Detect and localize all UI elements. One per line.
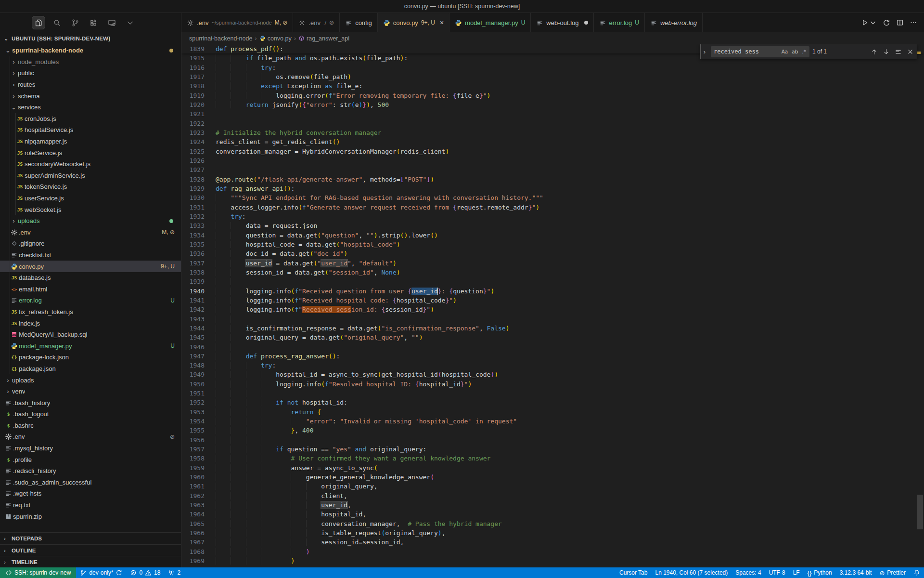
explorer-section-header[interactable]: ⌄ UBUNTU [SSH: SPURRIN-DEV-NEW] (0, 32, 181, 45)
tree-item-error.log[interactable]: error.logU (0, 295, 181, 306)
activity-more-views[interactable] (123, 16, 137, 29)
tree-item-cronJobs.js[interactable]: JScronJobs.js (0, 113, 181, 125)
tab-.env[interactable]: .env./⊘ (293, 13, 340, 32)
tab-.env[interactable]: .env~/spurrinai-backend-nodeM, ⊘ (181, 13, 293, 32)
tab-convo.py[interactable]: convo.py9+, U× (378, 13, 449, 32)
activity-search[interactable] (50, 16, 64, 29)
tree-item-.sudo_as_admin_successful[interactable]: .sudo_as_admin_successful (0, 477, 181, 488)
find-in-selection-button[interactable] (895, 48, 902, 55)
tree-item-spurrin.zip[interactable]: spurrin.zip (0, 511, 181, 522)
remote-indicator[interactable]: SSH: spurrin-dev-new (0, 567, 76, 578)
status-eol[interactable]: LF (789, 567, 804, 578)
code-editor[interactable]: 1839def process_pdf():1915 if file_path … (181, 44, 924, 567)
tree-item-.bashrc[interactable]: $.bashrc (0, 420, 181, 432)
tree-item-venv[interactable]: ›venv (0, 386, 181, 397)
status-git-branch[interactable]: dev-only* (76, 567, 126, 578)
status-prettier[interactable]: ⊘Prettier (875, 567, 910, 578)
tree-item-superAdminService.js[interactable]: JSsuperAdminService.js (0, 170, 181, 182)
tree-item-email.html[interactable]: <>email.html (0, 283, 181, 295)
tab-model_manager.py[interactable]: model_manager.pyU (449, 13, 531, 32)
activity-extensions[interactable] (87, 16, 100, 29)
close-icon[interactable]: × (440, 19, 444, 26)
tree-item-.bash_logout[interactable]: $.bash_logout (0, 408, 181, 420)
run-python-file[interactable] (861, 19, 869, 26)
more-actions[interactable] (910, 19, 917, 26)
editor-scrollbar[interactable] (917, 495, 923, 529)
status-indentation[interactable]: Spaces: 4 (732, 567, 765, 578)
tab-web-error.log[interactable]: web-error.log (645, 13, 703, 32)
activity-source-control[interactable] (68, 16, 82, 29)
tree-item-hospitalService.js[interactable]: JShospitalService.js (0, 124, 181, 136)
status-python-interpreter[interactable]: 3.12.3 64-bit (836, 567, 876, 578)
tree-item-webSocket.js[interactable]: JSwebSocket.js (0, 204, 181, 215)
tab-error.log[interactable]: error.logU (594, 13, 645, 32)
find-widget-collapse[interactable]: › (700, 44, 708, 59)
tree-item-schema[interactable]: ›schema (0, 90, 181, 102)
tree-item-spurrinai-backend-node[interactable]: ⌄spurrinai-backend-node (0, 45, 181, 56)
find-close-button[interactable] (907, 48, 914, 55)
line-number: 1938 (181, 268, 216, 277)
status-encoding[interactable]: UTF-8 (765, 567, 789, 578)
tree-item-.env[interactable]: .env⊘ (0, 431, 181, 443)
status-language-mode[interactable]: {}Python (804, 567, 836, 578)
tree-item-.wget-hsts[interactable]: .wget-hsts (0, 488, 181, 499)
tree-item-checklist.txt[interactable]: checklist.txt (0, 250, 181, 261)
breadcrumb-rag_answer_api[interactable]: rag_answer_api (298, 35, 349, 42)
status-notifications[interactable] (910, 567, 924, 578)
tree-item-index.js[interactable]: JSindex.js (0, 317, 181, 329)
tree-item-secondaryWebsocket.js[interactable]: JSsecondaryWebsocket.js (0, 158, 181, 170)
tree-item-fix_refresh_token.js[interactable]: JSfix_refresh_token.js (0, 306, 181, 318)
tree-item-tokenService.js[interactable]: JStokenService.js (0, 181, 181, 193)
tree-item-.gitignore[interactable]: .gitignore (0, 238, 181, 250)
tree-item-.mysql_history[interactable]: .mysql_history (0, 443, 181, 454)
code-line-1923: 1923# Initialize the hybrid conversation… (181, 128, 924, 137)
whole-word-toggle[interactable]: ab (790, 48, 799, 55)
find-next-button[interactable] (883, 48, 890, 55)
section-timeline[interactable]: ›TIMELINE (0, 556, 181, 567)
status-cursor-tab[interactable]: Cursor Tab (616, 567, 651, 578)
find-input[interactable]: received sess Aaab.* (711, 46, 809, 57)
status-problems[interactable]: 018 (126, 567, 164, 578)
tree-item-public[interactable]: ›public (0, 67, 181, 79)
tree-item-userService.js[interactable]: JSuserService.js (0, 193, 181, 204)
code-line-1919: 1919 logging.error(f"Error removing temp… (181, 91, 924, 100)
line-content: user_id, (216, 500, 351, 510)
split-editor[interactable] (896, 19, 904, 26)
tree-item-roleService.js[interactable]: JSroleService.js (0, 147, 181, 158)
section-outline[interactable]: ›OUTLINE (0, 544, 181, 556)
tree-item-req.txt[interactable]: req.txt (0, 499, 181, 511)
tab-web-out.log[interactable]: web-out.log (531, 13, 593, 32)
tree-item-.bash_history[interactable]: .bash_history (0, 397, 181, 408)
tab-config[interactable]: config (340, 13, 378, 32)
open-changes[interactable] (883, 19, 890, 26)
tree-item-.env[interactable]: .envM, ⊘ (0, 227, 181, 238)
tree-item-services[interactable]: ⌄services (0, 102, 181, 113)
tree-item-convo.py[interactable]: convo.py9+, U (0, 261, 181, 272)
tree-item-nlpqamapper.js[interactable]: JSnlpqamapper.js (0, 136, 181, 147)
activity-explorer[interactable] (32, 16, 45, 29)
tree-item-package.json[interactable]: {}package.json (0, 363, 181, 375)
file-tree: ⌄spurrinai-backend-node›node_modules›pub… (0, 45, 181, 532)
tree-item-model_manager.py[interactable]: model_manager.pyU (0, 340, 181, 352)
tree-item-database.js[interactable]: JSdatabase.js (0, 272, 181, 284)
line-number: 1948 (181, 361, 216, 370)
tree-item-.profile[interactable]: $.profile (0, 454, 181, 465)
tree-item-routes[interactable]: ›routes (0, 79, 181, 91)
breadcrumb-spurrinai-backend-node[interactable]: spurrinai-backend-node (189, 35, 252, 42)
tree-item-node_modules[interactable]: ›node_modules (0, 56, 181, 68)
status-cursor-position[interactable]: Ln 1940, Col 60 (7 selected) (651, 567, 732, 578)
tree-item-uploads[interactable]: ›uploads (0, 215, 181, 227)
activity-remote-explorer[interactable] (105, 16, 118, 29)
status-ports[interactable]: 2 (164, 567, 184, 578)
tree-item-uploads[interactable]: ›uploads (0, 374, 181, 386)
section-notepads[interactable]: ›NOTEPADS (0, 533, 181, 544)
breadcrumb-convo.py[interactable]: convo.py (259, 35, 292, 42)
run-dropdown[interactable] (869, 19, 877, 26)
regex-toggle[interactable]: .* (800, 48, 808, 55)
tree-item-MedQueryAI_backup.sql[interactable]: MedQueryAI_backup.sql (0, 329, 181, 341)
tree-item-.rediscli_history[interactable]: .rediscli_history (0, 465, 181, 477)
indent (216, 464, 291, 472)
match-case-toggle[interactable]: Aa (780, 48, 790, 55)
tree-item-package-lock.json[interactable]: {}package-lock.json (0, 352, 181, 363)
find-previous-button[interactable] (871, 48, 878, 55)
